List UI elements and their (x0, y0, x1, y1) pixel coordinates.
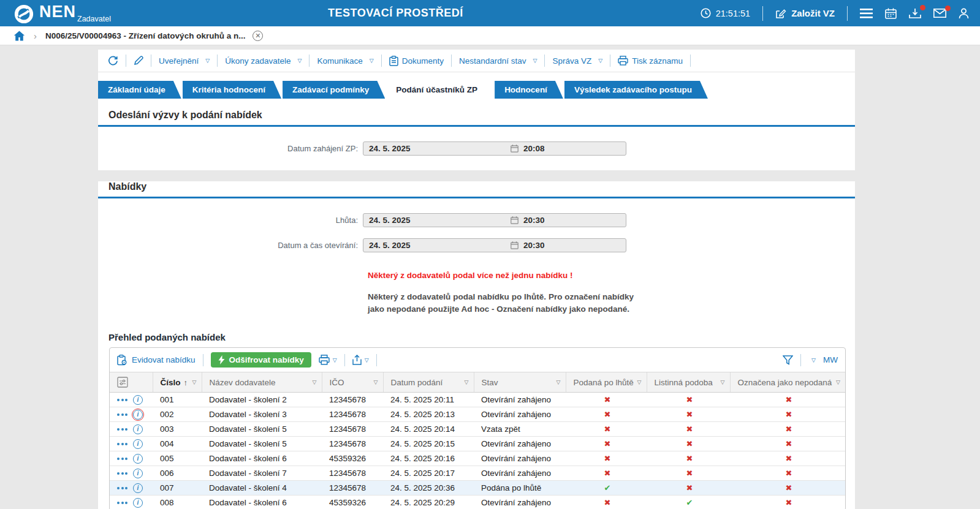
decrypt-bids-button[interactable]: Odšifrovat nabídky (211, 352, 311, 368)
register-bid-button[interactable]: Evidovat nabídku (117, 355, 196, 366)
row-menu-icon[interactable] (117, 428, 127, 431)
table-row[interactable]: i003Dodavatel - školení 51234567824. 5. … (110, 422, 845, 437)
datetime-input-zahajeni[interactable]: 24. 5. 2025 20:08 (363, 141, 626, 156)
tab-podani-ucastniku-zp[interactable]: Podání účastníků ZP (386, 81, 493, 99)
cell-nazev: Dodavatel - školení 5 (202, 437, 322, 451)
row-menu-icon[interactable] (117, 458, 127, 460)
messages-button[interactable] (933, 9, 946, 18)
home-icon[interactable] (13, 31, 25, 41)
record-toolbar: Uveřejnění Úkony zadavatele Komunikace D… (98, 50, 855, 72)
column-header-datum[interactable]: Datum podání▽ (383, 372, 474, 393)
cell-datum: 24. 5. 2025 20:15 (383, 437, 474, 451)
row-info-icon[interactable]: i (133, 395, 143, 405)
menu-dokumenty[interactable]: Dokumenty (389, 56, 444, 66)
printer-icon (319, 355, 330, 365)
menu-uverejneni[interactable]: Uveřejnění (159, 56, 210, 66)
row-info-icon[interactable]: i (133, 498, 143, 508)
toolbar-divider (381, 55, 382, 67)
menu-label: Úkony zadavatele (225, 56, 291, 66)
column-filter-caret-icon[interactable]: ▽ (465, 379, 469, 385)
row-menu-icon[interactable] (117, 413, 127, 416)
export-grid-button[interactable] (352, 355, 369, 365)
table-row[interactable]: i002Dodavatel - školení 31234567824. 5. … (110, 407, 845, 422)
datetime-input-lhuta[interactable]: 24. 5. 2025 20:30 (363, 213, 626, 227)
cell-cislo: 006 (153, 466, 202, 481)
breadcrumb-close-icon[interactable]: ✕ (253, 31, 263, 41)
inbox-button[interactable] (909, 8, 921, 19)
print-grid-button[interactable] (319, 355, 337, 365)
menu-komunikace[interactable]: Komunikace (317, 56, 373, 66)
grid-view-label[interactable]: MW (823, 355, 838, 364)
calendar-small-icon[interactable] (511, 241, 518, 249)
topbar-divider (762, 6, 763, 21)
column-header-nepodana[interactable]: Označena jako nepodaná▽ (730, 372, 845, 393)
flag-nepodana-cross-icon: ✖ (786, 454, 792, 463)
table-row[interactable]: i007Dodavatel - školení 41234567824. 5. … (110, 481, 845, 496)
row-info-icon[interactable]: i (133, 424, 143, 434)
column-header-ico[interactable]: IČO▽ (322, 372, 383, 393)
breadcrumb: › N006/25/V00004963 - Zřízení datových o… (0, 26, 980, 45)
calendar-small-icon[interactable] (511, 216, 518, 224)
table-row[interactable]: i005Dodavatel - školení 64535932624. 5. … (110, 451, 845, 466)
row-menu-icon[interactable] (117, 472, 127, 475)
column-filter-caret-icon[interactable]: ▽ (374, 379, 378, 385)
column-filter-caret-icon[interactable]: ▽ (192, 379, 197, 385)
bids-card: Nabídky Lhůta: 24. 5. 2025 20:30 Datum a… (98, 181, 855, 509)
menu-ukony-zadavatele[interactable]: Úkony zadavatele (225, 56, 302, 66)
row-info-icon[interactable]: i (133, 469, 143, 478)
column-header-cislo[interactable]: Číslo▽ (153, 372, 202, 393)
column-header-po-lhute[interactable]: Podaná po lhůtě▽ (566, 372, 647, 393)
column-filter-caret-icon[interactable]: ▽ (556, 379, 561, 385)
table-row[interactable]: i006Dodavatel - školení 71234567824. 5. … (110, 466, 845, 481)
calendar-small-icon[interactable] (511, 145, 518, 153)
main-menu-button[interactable] (860, 9, 873, 18)
menu-tisk-zaznamu[interactable]: Tisk záznamu (618, 56, 683, 66)
time-value[interactable]: 20:08 (518, 144, 545, 153)
column-settings-header[interactable] (110, 372, 153, 393)
table-row[interactable]: i001Dodavatel - školení 21234567824. 5. … (110, 393, 845, 407)
menu-label: Dokumenty (402, 56, 444, 66)
breadcrumb-item[interactable]: N006/25/V00004963 - Zřízení datových okr… (45, 31, 245, 40)
tab-zakladni-udaje[interactable]: Základní údaje (98, 81, 181, 99)
time-value[interactable]: 20:30 (518, 216, 545, 225)
row-menu-icon[interactable] (117, 487, 127, 489)
filter-button[interactable] (783, 355, 793, 365)
datetime-input-oteviranie[interactable]: 24. 5. 2025 20:30 (363, 238, 626, 252)
tab-hodnoceni[interactable]: Hodnocení (495, 81, 563, 99)
column-filter-caret-icon[interactable]: ▽ (637, 379, 642, 385)
tab-vysledek-zadavaciho-postupu[interactable]: Výsledek zadávacího postupu (564, 81, 708, 99)
menu-nestandardni-stav[interactable]: Nestandardní stav (459, 56, 537, 66)
calendar-button[interactable] (885, 8, 897, 19)
tab-zadavaci-podminky[interactable]: Zadávací podmínky (283, 81, 385, 99)
date-value[interactable]: 24. 5. 2025 (363, 144, 511, 153)
date-value[interactable]: 24. 5. 2025 (363, 216, 511, 225)
row-menu-icon[interactable] (117, 443, 127, 445)
grid-view-dropdown[interactable] (808, 357, 816, 363)
flag-po-lhute-cross-icon: ✖ (604, 395, 611, 404)
time-value[interactable]: 20:30 (518, 241, 545, 250)
date-value[interactable]: 24. 5. 2025 (363, 241, 511, 250)
row-menu-icon[interactable] (117, 502, 127, 504)
row-menu-icon[interactable] (117, 399, 127, 401)
nen-logo[interactable]: NEN Zadavatel (13, 2, 111, 25)
refresh-button[interactable] (108, 56, 118, 66)
tab-kriteria-hodnoceni[interactable]: Kritéria hodnocení (183, 81, 281, 99)
menu-sprava-vz[interactable]: Správa VZ (552, 56, 602, 66)
edit-button[interactable] (134, 56, 143, 66)
row-info-icon[interactable]: i (133, 454, 143, 464)
column-filter-caret-icon[interactable]: ▽ (836, 379, 840, 385)
row-info-icon[interactable]: i (133, 439, 143, 449)
column-header-stav[interactable]: Stav▽ (474, 372, 566, 393)
table-row[interactable]: i008Dodavatel - školení 64535932624. 5. … (110, 496, 845, 509)
pencil-icon (134, 56, 143, 66)
column-header-nazev[interactable]: Název dodavatele▽ (202, 372, 322, 393)
column-filter-caret-icon[interactable]: ▽ (721, 379, 725, 385)
user-profile-button[interactable] (959, 8, 969, 19)
table-row[interactable]: i004Dodavatel - školení 51234567824. 5. … (110, 437, 845, 451)
row-info-icon[interactable]: i (133, 410, 143, 420)
create-vz-button[interactable]: Založit VZ (775, 8, 835, 19)
column-header-listinna[interactable]: Listinná podoba▽ (647, 372, 730, 393)
flag-nepodana-cross-icon: ✖ (786, 469, 792, 478)
row-info-icon[interactable]: i (133, 483, 143, 493)
column-filter-caret-icon[interactable]: ▽ (313, 379, 317, 385)
